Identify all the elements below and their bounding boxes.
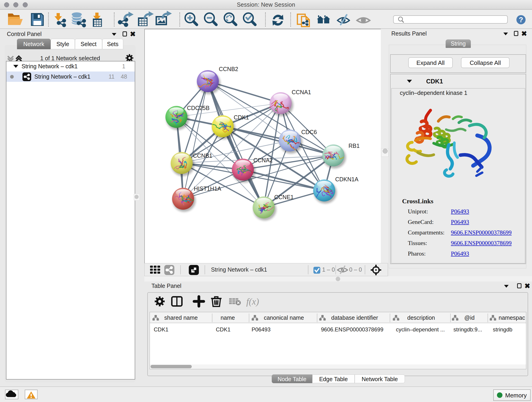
svg-text:CDKN1A: CDKN1A <box>335 176 359 182</box>
svg-text:CDK1: CDK1 <box>234 114 249 121</box>
svg-text:f(x): f(x) <box>246 296 259 307</box>
svg-text:HIST1H1A: HIST1H1A <box>194 185 221 192</box>
svg-text:?: ? <box>519 16 523 24</box>
svg-text:RB1: RB1 <box>348 143 360 149</box>
svg-text:CDC6: CDC6 <box>301 129 317 135</box>
svg-text:CCNB2: CCNB2 <box>219 66 238 72</box>
svg-text:CDC25B: CDC25B <box>187 105 210 111</box>
svg-text:CCNB1: CCNB1 <box>193 153 212 159</box>
svg-text:CCNE1: CCNE1 <box>274 194 294 200</box>
svg-text:CCNA1: CCNA1 <box>292 89 311 95</box>
svg-text:CCNA2: CCNA2 <box>253 157 273 163</box>
